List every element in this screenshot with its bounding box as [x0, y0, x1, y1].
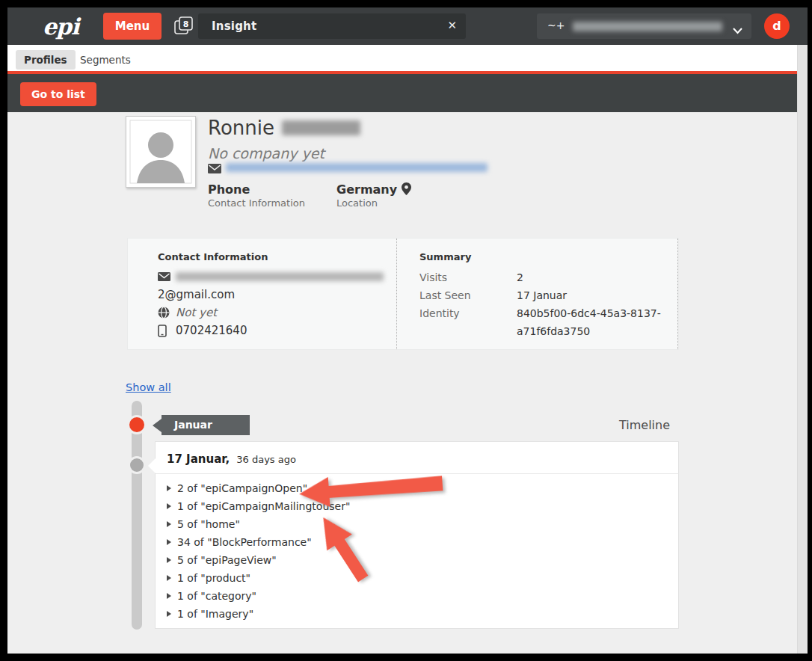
redacted-site-name: [573, 22, 722, 31]
event-row[interactable]: 1 of "product": [167, 569, 667, 587]
globe-icon: [158, 307, 176, 319]
event-row[interactable]: 5 of "epiPageView": [167, 551, 667, 569]
event-label: 2 of "epiCampaignOpen": [177, 482, 307, 494]
summary-label: Identity: [419, 304, 517, 340]
epi-logo-text: epi: [43, 13, 81, 40]
event-row[interactable]: 1 of "category": [167, 587, 667, 605]
expand-triangle-icon[interactable]: [167, 611, 171, 617]
sub-toolbar: Go to list: [7, 74, 797, 112]
profile-company: No company yet: [208, 145, 325, 162]
entry-days-ago: 36 days ago: [236, 454, 296, 465]
site-dropdown[interactable]: ~+: [537, 13, 751, 39]
phone-column-subtitle: Contact Information: [208, 197, 305, 209]
expand-triangle-icon[interactable]: [167, 539, 171, 545]
redacted-email-link[interactable]: [226, 163, 487, 172]
envelope-icon: [158, 272, 176, 281]
app-title: Insight: [212, 19, 256, 33]
expand-triangle-icon[interactable]: [167, 593, 171, 599]
event-label: 5 of "epiPageView": [177, 554, 277, 566]
summary-section: Summary Visits 2 Last Seen 17 Januar Ide…: [397, 239, 678, 349]
tab-bar: Profiles Segments: [7, 45, 797, 71]
profile-email-row[interactable]: [208, 162, 221, 173]
menu-button[interactable]: Menu: [103, 13, 162, 40]
expand-triangle-icon[interactable]: [167, 521, 171, 527]
summary-row-last-seen: Last Seen 17 Januar: [419, 286, 677, 304]
timeline-track: [132, 401, 142, 630]
summary-label: Last Seen: [419, 286, 517, 304]
svg-text:8: 8: [183, 19, 189, 29]
timeline-heading: Timeline: [531, 418, 670, 432]
timeline-dot-current[interactable]: [129, 417, 144, 432]
app-title-field[interactable]: Insight ✕: [198, 13, 466, 39]
envelope-icon: [208, 162, 221, 176]
summary-value: 840b5f00-6dc4-45a3-8137-a71f6fda3750: [517, 304, 677, 340]
phone-number: 0702421640: [176, 324, 247, 337]
event-label: 1 of "product": [177, 572, 250, 584]
website-not-yet: Not yet: [176, 306, 217, 319]
contact-information-section: Contact Information 2@gmail.com Not yet …: [128, 239, 397, 349]
contact-phone-row: 0702421640: [158, 322, 384, 339]
redacted-last-name: [282, 120, 360, 135]
entry-date: 17 Januar,: [167, 452, 230, 466]
location-pin-icon: [402, 184, 411, 198]
show-all-link[interactable]: Show all: [126, 381, 171, 393]
contact-information-title: Contact Information: [158, 251, 384, 262]
event-row[interactable]: 34 of "BlockPerformance": [167, 533, 667, 551]
location-column-title: Germany: [336, 182, 411, 198]
contact-website-row: Not yet: [158, 304, 384, 321]
location-value: Germany: [336, 182, 397, 197]
vertical-scrollbar[interactable]: [797, 45, 808, 654]
summary-row-identity: Identity 840b5f00-6dc4-45a3-8137-a71f6fd…: [419, 304, 677, 340]
event-label: 1 of "category": [177, 590, 256, 602]
summary-value: 17 Januar: [517, 286, 677, 304]
timeline-dot-entry[interactable]: [130, 458, 144, 472]
expand-triangle-icon[interactable]: [167, 485, 171, 491]
epi-logo-icon: epi: [41, 12, 101, 43]
go-to-list-button[interactable]: Go to list: [20, 82, 96, 106]
windows-badge-icon[interactable]: 8: [173, 16, 194, 40]
expand-triangle-icon[interactable]: [167, 575, 171, 581]
event-label: 1 of "Imagery": [177, 608, 253, 620]
event-label: 34 of "BlockPerformance": [177, 536, 312, 548]
phone-column-title: Phone: [208, 182, 250, 197]
summary-label: Visits: [419, 268, 517, 286]
chevron-down-icon: [733, 23, 742, 37]
profile-avatar: [126, 116, 196, 188]
event-label: 5 of "home": [177, 518, 240, 530]
app-window: epi Menu 8 Insight ✕ ~+ d Profiles Segme…: [7, 7, 808, 654]
summary-value: 2: [517, 268, 677, 286]
summary-title: Summary: [419, 251, 677, 262]
event-row[interactable]: 1 of "Imagery": [167, 605, 667, 623]
tab-profiles[interactable]: Profiles: [16, 50, 76, 70]
user-avatar[interactable]: d: [764, 13, 790, 39]
expand-triangle-icon[interactable]: [167, 557, 171, 563]
timeline-month-tag: Januar: [162, 415, 250, 435]
expand-triangle-icon[interactable]: [167, 503, 171, 509]
site-dropdown-prefix: ~+: [547, 19, 565, 31]
profile-first-name: Ronnie: [208, 117, 274, 139]
location-column-subtitle: Location: [336, 197, 378, 209]
top-nav-bar: epi Menu 8 Insight ✕ ~+ d: [7, 7, 808, 45]
event-row[interactable]: 5 of "home": [167, 515, 667, 533]
profile-info-card: Contact Information 2@gmail.com Not yet …: [127, 238, 679, 350]
summary-row-visits: Visits 2: [419, 268, 677, 286]
mobile-phone-icon: [158, 325, 176, 337]
profile-name: Ronnie: [208, 117, 360, 139]
tab-segments[interactable]: Segments: [72, 50, 139, 70]
contact-email-line2[interactable]: 2@gmail.com: [158, 286, 384, 303]
contact-email-row[interactable]: [158, 268, 384, 285]
close-icon[interactable]: ✕: [447, 19, 457, 32]
redacted-email-part: [176, 272, 384, 281]
